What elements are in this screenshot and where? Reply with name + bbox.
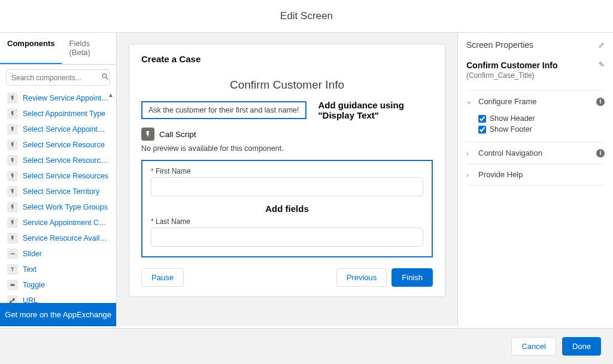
first-name-label: * First Name xyxy=(151,167,423,175)
search-icon xyxy=(101,72,110,83)
lightning-icon xyxy=(7,155,18,166)
list-item[interactable]: Select Service Appointmen... xyxy=(2,122,114,137)
list-item-label: Review Service Appointment xyxy=(23,94,109,102)
left-tabs: Components Fields (Beta) xyxy=(0,33,116,65)
field-last-name: * Last Name xyxy=(151,217,423,247)
acc-head-nav[interactable]: ›Control Navigation i xyxy=(466,142,605,163)
acc-head-help[interactable]: ›Provide Help xyxy=(466,164,605,185)
list-item-label: Slider xyxy=(23,250,42,258)
tab-components[interactable]: Components xyxy=(0,33,62,64)
last-name-input[interactable] xyxy=(151,228,423,247)
list-item-label: Service Resource Availability xyxy=(23,234,109,242)
list-item[interactable]: Select Service Resource an... xyxy=(2,153,114,168)
list-item[interactable]: Text xyxy=(2,262,114,277)
chevron-right-icon: › xyxy=(466,150,474,157)
list-item-label: Select Service Resource an... xyxy=(23,156,109,165)
list-item-label: URL xyxy=(23,296,38,303)
main-layout: Components Fields (Beta) ▲ Review Servic… xyxy=(0,33,613,326)
first-name-input[interactable] xyxy=(151,177,423,196)
modal-header: Edit Screen xyxy=(0,0,613,33)
show-header-row[interactable]: Show Header xyxy=(478,114,605,123)
cancel-button[interactable]: Cancel xyxy=(511,337,556,356)
appexchange-button[interactable]: Get more on the AppExchange xyxy=(0,303,116,326)
show-footer-checkbox[interactable] xyxy=(478,126,486,134)
pause-button[interactable]: Pause xyxy=(141,268,184,287)
search-box[interactable] xyxy=(6,69,110,86)
screen-api-name: (Confirm_Case_Title) xyxy=(466,71,557,80)
svg-rect-0 xyxy=(10,253,15,254)
case-title: Create a Case xyxy=(141,54,433,64)
modal-footer: Cancel Done xyxy=(0,328,613,364)
list-item-label: Service Appointment Confi... xyxy=(23,219,109,227)
canvas-footer: Pause Previous Finish xyxy=(141,268,433,287)
list-item-label: Select Service Resources xyxy=(23,172,108,180)
list-item[interactable]: Select Service Territory xyxy=(2,184,114,199)
previous-button[interactable]: Previous xyxy=(336,268,387,287)
list-item[interactable]: URL xyxy=(2,293,114,303)
list-item[interactable]: Review Service Appointment xyxy=(2,90,114,106)
acc-configure-frame: ⌄Configure Frame i Show Header Show Foot… xyxy=(466,91,605,142)
list-item-label: Text xyxy=(23,265,37,274)
list-item[interactable]: Select Service Resources xyxy=(2,168,114,184)
lightning-icon xyxy=(7,202,18,213)
lightning-icon xyxy=(141,128,154,141)
list-item-label: Toggle xyxy=(23,281,45,289)
search-container xyxy=(0,65,116,90)
finish-button[interactable]: Finish xyxy=(392,268,433,287)
info-icon[interactable]: i xyxy=(596,149,605,157)
list-item[interactable]: Slider xyxy=(2,246,114,262)
component-list[interactable]: ▲ Review Service Appointment Select Appo… xyxy=(0,90,116,303)
fields-box[interactable]: * First Name Add fields * Last Name xyxy=(141,160,433,257)
done-button[interactable]: Done xyxy=(562,337,601,356)
accordion: ⌄Configure Frame i Show Header Show Foot… xyxy=(466,90,605,186)
acc-head-configure[interactable]: ⌄Configure Frame i xyxy=(466,91,605,112)
call-script-block: Call Script No preview is available for … xyxy=(141,128,433,153)
scroll-up-icon[interactable]: ▲ xyxy=(108,92,114,98)
guidance-box[interactable]: Ask the customer for their first and las… xyxy=(141,101,306,119)
lightning-icon xyxy=(7,139,18,150)
show-footer-row[interactable]: Show Footer xyxy=(478,125,605,134)
chevron-down-icon: ⌄ xyxy=(466,98,474,105)
expand-icon[interactable]: ⤢ xyxy=(598,41,605,50)
center-canvas-wrap: Create a Case Confirm Customer Info Ask … xyxy=(117,33,457,326)
list-item[interactable]: Select Work Type Groups xyxy=(2,199,114,215)
list-item[interactable]: Select Appointment Type xyxy=(2,106,114,122)
lightning-icon xyxy=(7,233,18,244)
modal-title: Edit Screen xyxy=(280,10,333,22)
lightning-icon xyxy=(7,124,18,135)
svg-rect-1 xyxy=(10,284,15,286)
fields-annotation: Add fields xyxy=(151,204,423,214)
list-item-label: Select Service Appointmen... xyxy=(23,125,109,134)
acc-control-nav: ›Control Navigation i xyxy=(466,142,605,164)
call-script-label: Call Script xyxy=(159,130,196,139)
link-icon xyxy=(7,295,18,303)
show-header-checkbox[interactable] xyxy=(478,115,486,123)
properties-header: Screen Properties xyxy=(466,40,533,50)
tab-fields[interactable]: Fields (Beta) xyxy=(62,33,116,64)
no-preview-text: No preview is available for this compone… xyxy=(141,144,433,153)
screen-title: Confirm Customer Info xyxy=(141,78,433,92)
list-item-label: Select Appointment Type xyxy=(23,110,105,118)
info-icon[interactable]: i xyxy=(596,98,605,106)
toggle-icon xyxy=(7,280,18,290)
acc-provide-help: ›Provide Help xyxy=(466,164,605,186)
list-item[interactable]: Service Appointment Confi... xyxy=(2,215,114,230)
lightning-icon xyxy=(7,93,18,104)
chevron-right-icon: › xyxy=(466,171,474,178)
slider-icon xyxy=(7,248,18,259)
list-item-label: Select Work Type Groups xyxy=(23,203,108,211)
left-panel: Components Fields (Beta) ▲ Review Servic… xyxy=(0,33,117,326)
lightning-icon xyxy=(7,217,18,228)
field-first-name: * First Name xyxy=(151,167,423,196)
list-item[interactable]: Toggle xyxy=(2,277,114,293)
list-item[interactable]: Select Service Resource xyxy=(2,137,114,153)
search-input[interactable] xyxy=(11,74,101,82)
edit-icon[interactable]: ✎ xyxy=(599,60,605,69)
canvas: Create a Case Confirm Customer Info Ask … xyxy=(129,44,445,297)
list-item-label: Select Service Resource xyxy=(23,141,105,149)
guidance-annotation: Add guidance using "Display Text" xyxy=(318,100,433,120)
list-item[interactable]: Service Resource Availability xyxy=(2,230,114,246)
text-icon xyxy=(7,264,18,275)
lightning-icon xyxy=(7,171,18,181)
screen-name: Confirm Customer Info xyxy=(466,60,557,70)
